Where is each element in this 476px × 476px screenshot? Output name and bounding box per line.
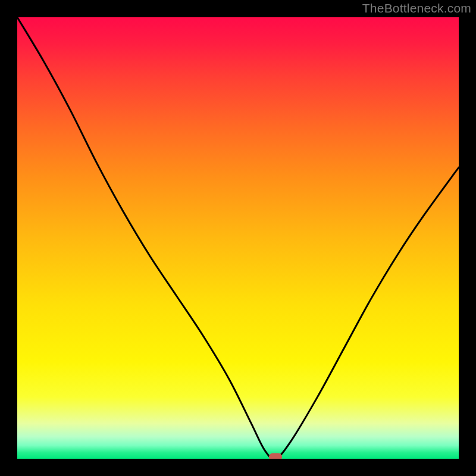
bottleneck-curve [17,17,459,459]
plot-area [17,17,459,459]
chart-frame: TheBottleneck.com [0,0,476,476]
optimal-point-marker [269,453,282,459]
attribution-label: TheBottleneck.com [362,1,471,15]
